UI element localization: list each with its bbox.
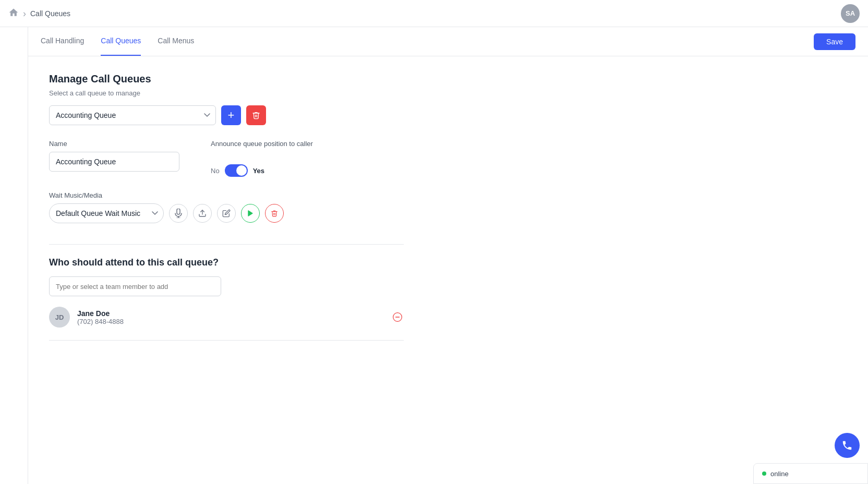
save-button[interactable]: Save <box>814 33 855 50</box>
tabs-bar: Call Handling Call Queues Call Menus Sav… <box>28 27 868 56</box>
edit-button[interactable] <box>217 204 236 223</box>
name-announce-row: Name Announce queue position to caller N… <box>49 140 404 177</box>
toggle-no-label: No <box>211 167 220 175</box>
announce-field-group: Announce queue position to caller No Yes <box>211 140 313 177</box>
manage-subtitle: Select a call queue to manage <box>49 89 404 97</box>
announce-toggle[interactable] <box>225 164 248 177</box>
content-area: Call Handling Call Queues Call Menus Sav… <box>28 27 868 484</box>
user-avatar[interactable]: SA <box>841 4 860 23</box>
page-content: Manage Call Queues Select a call queue t… <box>28 56 425 370</box>
play-button[interactable] <box>241 204 260 223</box>
tabs-left: Call Handling Call Queues Call Menus <box>41 27 194 56</box>
toggle-yes-label: Yes <box>253 167 264 175</box>
toggle-thumb <box>236 165 247 176</box>
wait-music-label: Wait Music/Media <box>49 191 404 199</box>
svg-rect-0 <box>177 209 180 214</box>
member-phone: (702) 848-4888 <box>77 318 384 325</box>
wait-music-group: Wait Music/Media Default Queue Wait Musi… <box>49 191 404 236</box>
queue-select[interactable]: Accounting Queue <box>49 105 216 125</box>
delete-queue-button[interactable] <box>246 105 266 125</box>
music-select[interactable]: Default Queue Wait Music <box>49 203 164 223</box>
tab-call-handling[interactable]: Call Handling <box>41 27 84 56</box>
music-delete-button[interactable] <box>265 204 284 223</box>
sidebar <box>0 27 28 484</box>
member-name: Jane Doe <box>77 309 384 318</box>
top-bar: › Call Queues SA <box>0 0 868 27</box>
tab-call-queues[interactable]: Call Queues <box>101 27 141 56</box>
name-label: Name <box>49 140 179 148</box>
music-row: Default Queue Wait Music <box>49 203 404 223</box>
announce-label: Announce queue position to caller <box>211 140 313 148</box>
tab-call-menus[interactable]: Call Menus <box>158 27 194 56</box>
upload-button[interactable] <box>193 204 212 223</box>
divider-2 <box>49 340 404 341</box>
status-bar: online <box>753 463 868 484</box>
status-label: online <box>770 470 789 478</box>
queue-select-row: Accounting Queue + <box>49 105 404 125</box>
name-input[interactable] <box>49 152 179 172</box>
breadcrumb-area: › Call Queues <box>8 7 70 19</box>
add-queue-button[interactable]: + <box>221 105 241 125</box>
manage-title: Manage Call Queues <box>49 73 404 85</box>
divider-1 <box>49 244 404 245</box>
remove-member-button[interactable] <box>391 311 404 323</box>
phone-fab[interactable] <box>835 433 860 458</box>
member-info: Jane Doe (702) 848-4888 <box>77 309 384 325</box>
mic-button[interactable] <box>169 204 188 223</box>
breadcrumb-text: Call Queues <box>30 9 70 18</box>
home-icon[interactable] <box>8 7 19 19</box>
main-container: Call Handling Call Queues Call Menus Sav… <box>0 27 868 484</box>
member-avatar: JD <box>49 307 70 328</box>
member-search-input[interactable] <box>49 276 221 296</box>
name-field-group: Name <box>49 140 179 177</box>
member-row: JD Jane Doe (702) 848-4888 <box>49 307 404 328</box>
attendees-question: Who should attend to this call queue? <box>49 257 404 268</box>
toggle-row: No Yes <box>211 164 313 177</box>
status-dot <box>762 471 766 476</box>
svg-marker-4 <box>248 211 252 216</box>
breadcrumb-separator: › <box>23 9 26 18</box>
